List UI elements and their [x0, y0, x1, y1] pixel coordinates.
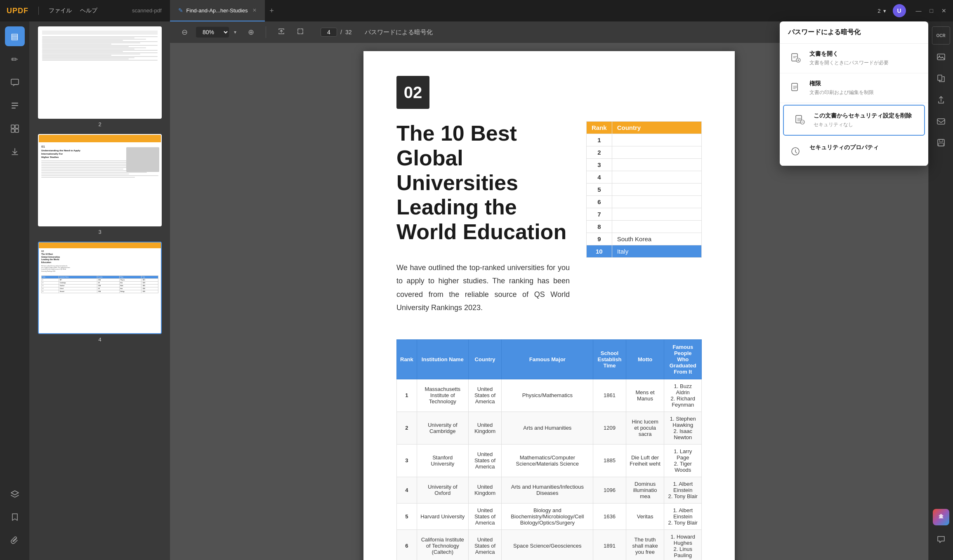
svg-rect-21 [939, 143, 944, 146]
cell-rank: 5 [397, 503, 417, 529]
sidebar-icon-attach[interactable] [5, 530, 25, 550]
cell-people: 1. Howard Hughes 2. Linus Pauling [664, 529, 702, 560]
user-avatar[interactable]: U [893, 4, 906, 17]
rank-row-2: 2 [587, 146, 702, 159]
app-logo: UPDF [7, 7, 28, 15]
sidebar-icon-bookmark[interactable] [5, 507, 25, 527]
security-properties-icon [788, 144, 803, 159]
cell-institution: Massachusetts Institute of Technology [417, 379, 468, 412]
cell-rank: 2 [397, 412, 417, 444]
permissions-icon [788, 80, 803, 95]
security-item-open-document[interactable]: 文書を開く 文書を開くときにパスワードが必要 [780, 44, 928, 73]
chevron-down-zoom-icon[interactable]: ▾ [231, 28, 240, 37]
svg-rect-18 [937, 119, 945, 124]
cell-motto: Dominus illuminatio mea [626, 477, 664, 503]
security-dropdown-title: パスワードによる暗号化 [780, 21, 928, 44]
svg-rect-6 [11, 129, 14, 132]
sidebar-right-ocr[interactable]: OCR [932, 26, 950, 45]
cell-country: United Kingdom [468, 412, 502, 444]
tab-scanned-pdf-label: scanned-pdf [132, 7, 162, 14]
col-major: Famous Major [502, 339, 593, 379]
total-pages: 32 [345, 29, 352, 35]
thumbnail-label-2: 2 [98, 121, 101, 127]
cell-rank: 1 [397, 379, 417, 412]
security-properties-title: セキュリティのプロパティ [809, 144, 920, 151]
sidebar-icon-organize[interactable] [5, 119, 25, 139]
sidebar-right-save[interactable] [932, 134, 950, 152]
sidebar-icon-comment[interactable] [5, 73, 25, 92]
sidebar-icon-edit[interactable]: ✏ [5, 49, 25, 69]
chevron-down-icon[interactable]: ▾ [883, 8, 886, 14]
tab-add-button[interactable]: + [265, 4, 278, 17]
zoom-select[interactable]: 80% 100% 125% 150% [196, 27, 229, 38]
sidebar-icon-form[interactable] [5, 96, 25, 115]
page-description: We have outlined the top-ranked universi… [396, 261, 570, 315]
rank-row-9: 9South Korea [587, 233, 702, 245]
permissions-desc: 文書の印刷および編集を制限 [809, 89, 920, 96]
cell-motto: The truth shall make you free [626, 529, 664, 560]
tab-scanned-pdf[interactable]: scanned-pdf [124, 0, 170, 21]
col-institution: Institution Name [417, 339, 468, 379]
window-controls: — □ ✕ [916, 7, 946, 14]
encrypt-button[interactable]: パスワードによる暗号化 [365, 28, 433, 36]
sidebar-bottom [5, 484, 25, 555]
cell-people: 1. Buzz Aldrin 2. Richard Feynman [664, 379, 702, 412]
sidebar-right-export[interactable] [932, 69, 950, 87]
fit-page-button[interactable] [293, 26, 307, 39]
fit-height-button[interactable] [274, 26, 288, 39]
cell-year: 1096 [593, 477, 626, 503]
sidebar-icon-layers[interactable] [5, 484, 25, 504]
tab-find-apply[interactable]: ✎ Find-and-Ap...her-Studies ✕ [170, 0, 265, 21]
sidebar-right-share[interactable] [932, 91, 950, 109]
table-row: 3Stanford UniversityUnited States of Ame… [397, 444, 702, 477]
col-rank: Rank [397, 339, 417, 379]
svg-rect-2 [12, 105, 18, 106]
security-dropdown: パスワードによる暗号化 文書を開く 文書を開くときにパスワードが必要 権限 文書… [780, 21, 928, 166]
thumbnail-panel: 2 01 Understanding the Need to ApplyInte… [30, 21, 170, 560]
tab-find-apply-icon: ✎ [178, 7, 183, 14]
open-document-title: 文書を開く [809, 50, 920, 58]
content-row: The 10 Best Global Universities Leading … [396, 121, 702, 331]
cell-rank: 4 [397, 477, 417, 503]
sidebar-right-email[interactable] [932, 112, 950, 130]
sidebar-icon-convert[interactable] [5, 142, 25, 162]
cell-country: United States of America [468, 503, 502, 529]
zoom-in-button[interactable]: ⊕ [245, 26, 257, 38]
cell-institution: University of Oxford [417, 477, 468, 503]
security-item-remove-security[interactable]: この文書からセキュリティ設定を削除 セキュリティなし [783, 105, 925, 136]
titlebar-menu: ファイル ヘルプ [49, 7, 97, 14]
cell-country: United States of America [468, 444, 502, 477]
rank-row-1: 1 [587, 134, 702, 146]
thumbnail-page-4[interactable]: 02 The 10 BestGlobal UniversitiesLeading… [35, 242, 165, 343]
table-row: 2University of CambridgeUnited KingdomAr… [397, 412, 702, 444]
remove-security-icon [792, 112, 807, 127]
close-icon[interactable]: ✕ [941, 7, 946, 14]
security-item-properties[interactable]: セキュリティのプロパティ [780, 137, 928, 166]
thumbnail-img-4: 02 The 10 BestGlobal UniversitiesLeading… [38, 242, 162, 334]
security-item-permissions[interactable]: 権限 文書の印刷および編集を制限 [780, 73, 928, 103]
menu-help[interactable]: ヘルプ [80, 7, 97, 14]
cell-year: 1861 [593, 379, 626, 412]
minimize-icon[interactable]: — [916, 7, 922, 14]
rank-row-6: 6 [587, 196, 702, 208]
right-sidebar: OCR [928, 21, 953, 560]
menu-file[interactable]: ファイル [49, 7, 72, 14]
thumbnail-page-3[interactable]: 01 Understanding the Need to ApplyIntern… [35, 134, 165, 235]
svg-rect-1 [12, 103, 18, 104]
sidebar-icon-reader[interactable]: ▤ [5, 26, 25, 46]
current-page-input[interactable] [321, 28, 337, 37]
cell-major: Physics/Mathematics [502, 379, 593, 412]
content-right: Rank Country 1 2 3 4 5 6 7 8 9South Kore… [586, 121, 702, 258]
cell-motto: Mens et Manus [626, 379, 664, 412]
cell-major: Arts and Humanities [502, 412, 593, 444]
maximize-icon[interactable]: □ [930, 7, 933, 14]
thumbnail-img-3: 01 Understanding the Need to ApplyIntern… [38, 134, 162, 226]
tab-close-icon[interactable]: ✕ [252, 7, 257, 13]
sidebar-right-chat[interactable] [932, 530, 950, 548]
permissions-title: 権限 [809, 80, 920, 87]
rank-row-4: 4 [587, 171, 702, 184]
thumbnail-page-2[interactable]: 2 [35, 26, 165, 127]
sidebar-right-image[interactable] [932, 48, 950, 66]
zoom-out-button[interactable]: ⊖ [178, 26, 191, 38]
rank-row-3: 3 [587, 159, 702, 171]
